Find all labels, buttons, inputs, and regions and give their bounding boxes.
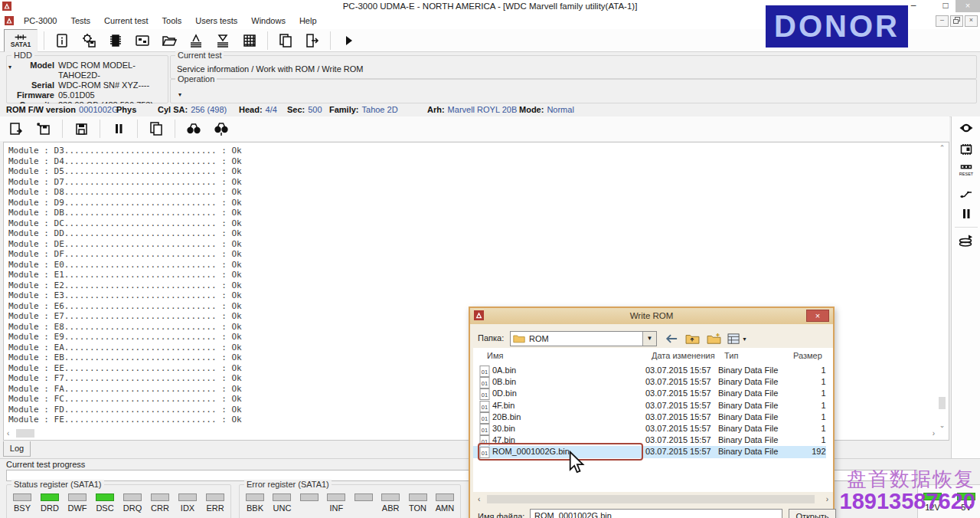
file-date: 03.07.2015 15:57 bbox=[645, 400, 711, 411]
hdd-field-value: 05.01D05 bbox=[58, 90, 95, 100]
column-type[interactable]: Тип bbox=[724, 351, 738, 360]
folder-dropdown-button[interactable]: ▼ bbox=[642, 332, 656, 346]
up-folder-button[interactable] bbox=[683, 331, 702, 346]
led-amn: AMN bbox=[435, 493, 455, 513]
file-row[interactable]: 0130.bin03.07.2015 15:57Binary Data File… bbox=[473, 423, 826, 434]
filter-button[interactable] bbox=[211, 31, 234, 51]
file-name: 4F.bin bbox=[492, 400, 514, 411]
dialog-close-button[interactable]: × bbox=[806, 310, 829, 322]
file-size: 1 К bbox=[787, 400, 826, 411]
scroll-right-icon[interactable]: › bbox=[933, 428, 935, 438]
drive-passport-button[interactable] bbox=[51, 31, 74, 51]
mdi-minimize-button[interactable]: – bbox=[936, 15, 949, 27]
folder-open-button[interactable] bbox=[158, 31, 181, 51]
file-row[interactable]: 010A.bin03.07.2015 15:57Binary Data File… bbox=[473, 365, 826, 376]
dialog-scroll-right-icon[interactable]: › bbox=[826, 494, 828, 504]
led-label: DRD bbox=[40, 503, 60, 513]
toolbar-separator bbox=[267, 31, 268, 50]
mdi-controls: – × bbox=[936, 15, 978, 27]
dialog-horizontal-scrollbar[interactable]: ‹ › bbox=[476, 494, 830, 504]
folder-open-icon bbox=[161, 32, 178, 49]
info-value: 4/4 bbox=[266, 105, 277, 114]
close-button[interactable]: × bbox=[956, 0, 980, 12]
pause-button[interactable] bbox=[955, 204, 978, 224]
dialog-scroll-left-icon[interactable]: ‹ bbox=[478, 494, 480, 504]
views-dropdown-icon: ▼ bbox=[742, 336, 747, 342]
maximize-button[interactable]: □ bbox=[937, 0, 954, 12]
test-card-button[interactable] bbox=[131, 31, 154, 51]
led-label: INF bbox=[326, 503, 346, 513]
donor-badge: DONOR bbox=[766, 5, 908, 48]
service-gear-button[interactable] bbox=[77, 31, 100, 51]
chip-button[interactable] bbox=[104, 31, 127, 51]
mdi-restore-button[interactable] bbox=[950, 15, 963, 27]
sector-grid-button[interactable] bbox=[238, 31, 261, 51]
reset-button[interactable]: RESET bbox=[955, 161, 978, 181]
horizontal-scroll-thumb[interactable] bbox=[16, 429, 34, 438]
exit-button[interactable] bbox=[301, 31, 324, 51]
hdd-run-button[interactable] bbox=[955, 231, 978, 251]
menu-item-help[interactable]: Help bbox=[292, 13, 324, 29]
vertical-scroll-thumb[interactable] bbox=[939, 397, 946, 409]
operation-dropdown-icon[interactable]: ▾ bbox=[178, 91, 181, 98]
menu-item-pc-3000[interactable]: PC-3000 bbox=[17, 13, 64, 29]
rom-chip-button[interactable] bbox=[955, 139, 978, 159]
scroll-up-icon[interactable]: ⌃ bbox=[937, 144, 947, 152]
pause-button[interactable] bbox=[107, 119, 130, 139]
folder-combobox[interactable]: ROM ▼ bbox=[510, 331, 657, 346]
back-button[interactable] bbox=[662, 331, 681, 346]
info-family-: Family:Tahoe 2D bbox=[329, 103, 398, 116]
utility-start-button[interactable] bbox=[185, 31, 207, 51]
led-label: BBK bbox=[245, 503, 265, 513]
info-value: 256 (498) bbox=[191, 105, 227, 114]
relay-icon bbox=[958, 184, 975, 201]
log-line: Module : D8.............................… bbox=[8, 187, 242, 198]
scroll-down-icon[interactable]: ⌄ bbox=[937, 421, 947, 429]
column-name[interactable]: Имя bbox=[487, 351, 503, 360]
file-name: 20B.bin bbox=[492, 411, 521, 423]
find-next-button[interactable] bbox=[210, 119, 233, 139]
utility-start-icon bbox=[188, 32, 204, 49]
sector-grid-icon bbox=[241, 32, 258, 49]
column-date[interactable]: Дата изменения bbox=[652, 351, 715, 360]
menu-item-windows[interactable]: Windows bbox=[244, 13, 292, 29]
menu-item-tests[interactable]: Tests bbox=[64, 13, 97, 29]
save-log-button[interactable] bbox=[70, 119, 93, 139]
sata1-port-button[interactable]: SATA1 bbox=[4, 29, 38, 52]
copy-pages-button[interactable] bbox=[274, 31, 297, 51]
file-row[interactable]: 0120B.bin03.07.2015 15:57Binary Data Fil… bbox=[473, 411, 826, 423]
led-indicator bbox=[151, 493, 169, 501]
column-size[interactable]: Размер bbox=[793, 351, 822, 360]
log-line: Module : E1.............................… bbox=[8, 270, 242, 280]
save-log-special-button[interactable] bbox=[32, 119, 55, 139]
open-log-button[interactable] bbox=[5, 119, 28, 139]
filename-input[interactable]: ROM_0001002G.bin bbox=[530, 509, 782, 518]
led-dsc: DSC bbox=[95, 493, 115, 513]
file-size: 1 К bbox=[787, 388, 826, 399]
log-vertical-scrollbar[interactable]: ⌃ ⌄ bbox=[937, 144, 947, 429]
file-row[interactable]: 010D.bin03.07.2015 15:57Binary Data File… bbox=[473, 388, 826, 399]
menu-item-users-tests[interactable]: Users tests bbox=[188, 13, 244, 29]
find-button[interactable] bbox=[182, 119, 205, 139]
led-crr: CRR bbox=[150, 493, 170, 513]
reset-icon: RESET bbox=[958, 162, 975, 179]
open-button[interactable]: Открыть bbox=[789, 509, 836, 518]
more-tools-button[interactable] bbox=[337, 31, 360, 51]
views-button[interactable]: ▼ bbox=[726, 331, 749, 346]
menu-item-current-test[interactable]: Current test bbox=[97, 13, 155, 29]
dialog-scroll-thumb[interactable] bbox=[487, 495, 815, 503]
scroll-left-icon[interactable]: ‹ bbox=[7, 428, 9, 438]
mdi-close-button[interactable]: × bbox=[965, 15, 978, 27]
hex-toggle-icon bbox=[958, 120, 975, 136]
relay-button[interactable] bbox=[955, 182, 978, 202]
hex-toggle-button[interactable] bbox=[955, 118, 978, 138]
copy-pages-button[interactable] bbox=[145, 119, 168, 139]
menu-item-tools[interactable]: Tools bbox=[155, 13, 189, 29]
file-row[interactable]: 014F.bin03.07.2015 15:57Binary Data File… bbox=[473, 400, 826, 411]
file-row[interactable]: 010B.bin03.07.2015 15:57Binary Data File… bbox=[473, 376, 826, 388]
tab-log[interactable]: Log bbox=[3, 441, 31, 457]
led-idx: IDX bbox=[178, 493, 198, 513]
led-abr: ABR bbox=[381, 493, 400, 513]
chip-icon bbox=[107, 32, 124, 49]
new-folder-button[interactable] bbox=[704, 331, 724, 346]
